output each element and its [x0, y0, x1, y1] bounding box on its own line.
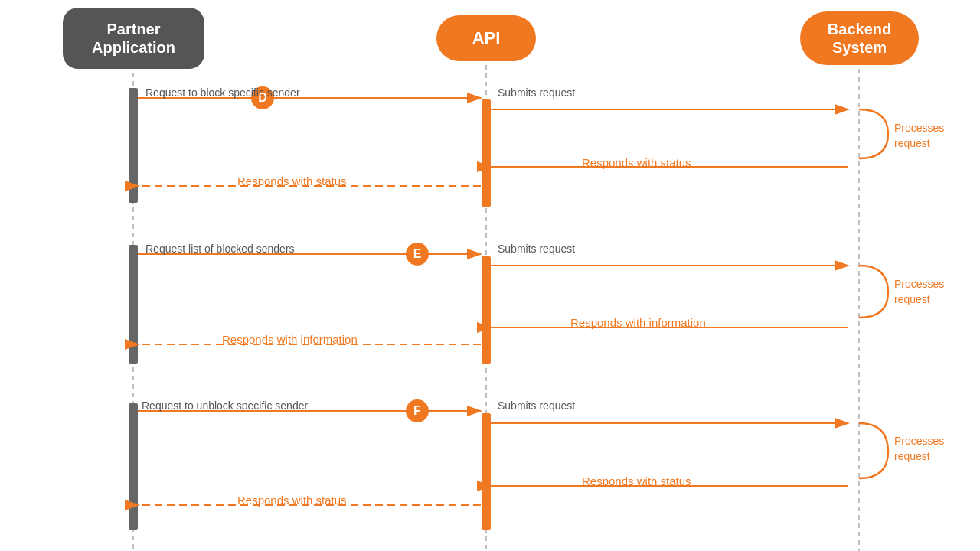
- return-right-label-f: Responds with status: [582, 474, 691, 487]
- request-label-f: Request to unblock specific sender: [142, 399, 308, 412]
- badge-f: F: [406, 399, 429, 422]
- forward-label-d: Submits request: [498, 86, 575, 99]
- badge-e: E: [406, 243, 429, 266]
- forward-label-e: Submits request: [498, 243, 575, 255]
- forward-label-f: Submits request: [498, 399, 575, 412]
- svg-rect-5: [129, 88, 138, 203]
- sequence-diagram: PartnerApplication API BackendSystem: [0, 0, 980, 551]
- return-right-label-d: Responds with status: [582, 156, 691, 169]
- side-text-d: Processesrequest: [894, 121, 944, 151]
- return-right-label-e: Responds with information: [570, 316, 706, 329]
- svg-rect-11: [129, 245, 138, 364]
- side-text-e: Processesrequest: [894, 277, 944, 307]
- partner-application-header: PartnerApplication: [63, 8, 204, 69]
- svg-rect-18: [482, 413, 491, 530]
- diagram-svg: [0, 0, 980, 551]
- return-left-label-f: Responds with status: [237, 494, 347, 507]
- svg-rect-6: [482, 99, 491, 207]
- request-label-e: Request list of blocked senders: [145, 243, 295, 255]
- svg-rect-12: [482, 256, 491, 364]
- svg-rect-17: [129, 403, 138, 530]
- return-left-label-d: Responds with status: [237, 174, 347, 187]
- backend-system-header: BackendSystem: [800, 11, 919, 65]
- return-left-label-e: Responds with information: [222, 333, 358, 346]
- request-label-d: Request to block specific sender: [145, 86, 300, 99]
- side-text-f: Processesrequest: [894, 434, 944, 464]
- api-header: API: [436, 15, 536, 61]
